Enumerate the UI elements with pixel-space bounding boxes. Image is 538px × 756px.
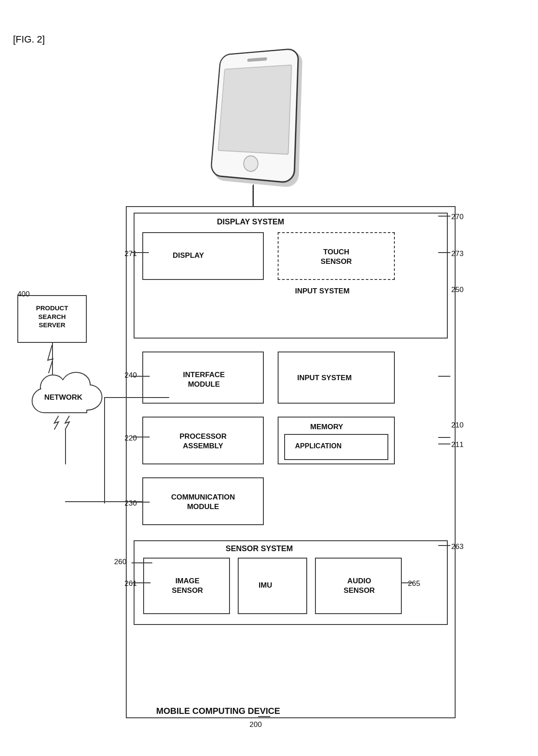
display-label: DISPLAY bbox=[173, 251, 204, 260]
ref-260: 260 bbox=[114, 558, 126, 566]
ref260-line-h bbox=[131, 562, 152, 563]
sensor-system-label: SENSOR SYSTEM bbox=[226, 544, 293, 554]
image-sensor-label: IMAGE SENSOR bbox=[154, 576, 221, 595]
diagram: [FIG. 2] MOBILE COMPUTING DEVICE 200 DIS… bbox=[0, 26, 538, 755]
processor-assembly-label: PROCESSOR ASSEMBLY bbox=[148, 432, 259, 451]
ref273-line-h bbox=[438, 252, 450, 253]
ref211-line-h bbox=[438, 444, 450, 444]
ref261-line-h bbox=[131, 582, 151, 583]
memory-label: MEMORY bbox=[310, 422, 343, 432]
network-label: NETWORK bbox=[44, 393, 82, 402]
phone-screen bbox=[218, 65, 292, 155]
ref270-line-h bbox=[438, 216, 450, 217]
ref200-line-h bbox=[258, 716, 270, 717]
input-system-box-label: INPUT SYSTEM bbox=[297, 373, 352, 383]
phone-body bbox=[210, 48, 299, 184]
application-label: APPLICATION bbox=[295, 442, 341, 451]
communication-module-label: COMMUNICATION MODULE bbox=[147, 493, 259, 512]
ref-271: 271 bbox=[125, 250, 137, 258]
ref-250: 250 bbox=[451, 286, 463, 294]
ref-261: 261 bbox=[125, 579, 137, 588]
phone-illustration bbox=[208, 48, 299, 182]
ref265-line-h bbox=[401, 582, 413, 583]
network-to-commmodule-line bbox=[65, 430, 66, 464]
phone-speaker bbox=[247, 57, 267, 62]
fig-label: [FIG. 2] bbox=[13, 34, 45, 45]
ref220-line-h bbox=[131, 437, 150, 437]
ref263-line-h bbox=[438, 545, 450, 546]
audio-sensor-label: AUDIO SENSOR bbox=[325, 576, 393, 595]
ref-400: 400 bbox=[17, 290, 30, 299]
product-search-server-label: PRODUCT SEARCH SERVER bbox=[21, 304, 83, 329]
touch-sensor-label: TOUCH SENSOR bbox=[295, 247, 377, 266]
ref240-line-h bbox=[131, 376, 150, 377]
ref210-line-h bbox=[438, 437, 450, 438]
phone-to-box-vert bbox=[253, 185, 253, 207]
ref-210: 210 bbox=[451, 421, 463, 430]
ref-263: 263 bbox=[451, 542, 463, 551]
lightning-bolt-1 bbox=[43, 343, 61, 375]
ref-273: 273 bbox=[451, 250, 463, 258]
ref-270: 270 bbox=[451, 213, 463, 221]
ref250-line-h bbox=[438, 376, 450, 377]
input-system-label: INPUT SYSTEM bbox=[295, 286, 350, 296]
mobile-computing-device-label: MOBILE COMPUTING DEVICE bbox=[156, 705, 280, 717]
ref230-line-h bbox=[131, 502, 150, 503]
network-right-line bbox=[104, 397, 169, 398]
ref-200: 200 bbox=[249, 720, 262, 729]
imu-label: IMU bbox=[259, 581, 272, 590]
ref271-line-h bbox=[131, 252, 149, 253]
net-vert-connector bbox=[104, 397, 105, 503]
ref-220: 220 bbox=[125, 434, 137, 443]
phone-home-button bbox=[243, 155, 259, 172]
ref-265: 265 bbox=[408, 579, 420, 588]
display-system-label: DISPLAY SYSTEM bbox=[217, 217, 284, 227]
interface-module-label: INTERFACE MODULE bbox=[152, 370, 256, 389]
ref-211: 211 bbox=[451, 440, 463, 449]
ref-230: 230 bbox=[125, 499, 137, 508]
imu-box bbox=[238, 558, 307, 614]
ref-240: 240 bbox=[125, 371, 137, 380]
